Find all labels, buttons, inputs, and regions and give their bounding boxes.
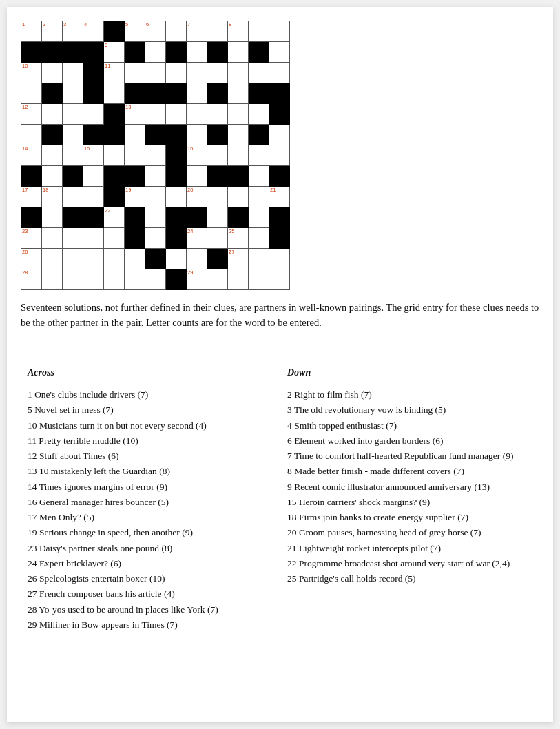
cell-5-13 <box>269 104 290 125</box>
cell-7-13 <box>269 145 290 166</box>
cell-4-9 <box>187 83 207 104</box>
cell-5-7 <box>145 104 166 125</box>
cell-11-10 <box>207 228 228 249</box>
cell-8-10 <box>207 166 228 187</box>
cell-2-9 <box>187 42 207 63</box>
cell-6-8 <box>166 125 187 145</box>
cell-2-13 <box>269 42 290 63</box>
cell-12-2 <box>42 249 63 269</box>
across-clue-11: 23 Daisy's partner steals one pound (8) <box>28 541 273 556</box>
cell-5-4 <box>83 104 104 125</box>
down-clue-7: 9 Recent comic illustrator announced ann… <box>287 480 532 495</box>
cell-1-9: 7 <box>187 21 207 42</box>
cell-7-3 <box>63 145 83 166</box>
cell-9-8 <box>166 187 187 207</box>
cell-3-12 <box>249 63 269 83</box>
down-clue-6: 8 Made better finish - made different co… <box>287 464 532 479</box>
page: 1 2 3 4 5 6 7 8 <box>7 7 553 722</box>
cell-10-3 <box>63 207 83 228</box>
cell-10-12 <box>249 207 269 228</box>
cell-6-2 <box>42 125 63 145</box>
cell-1-13 <box>269 21 290 42</box>
cell-13-4 <box>83 269 104 290</box>
cell-1-4: 4 <box>83 21 104 42</box>
cell-10-11 <box>228 207 249 228</box>
cell-5-2 <box>42 104 63 125</box>
across-clue-3: 10 Musicians turn it on but not every se… <box>28 418 273 433</box>
across-clues-list: 1 One's clubs include drivers (7)5 Novel… <box>28 387 273 633</box>
cell-9-9: 20 <box>187 187 207 207</box>
cell-5-3 <box>63 104 83 125</box>
down-clue-1: 2 Right to film fish (7) <box>287 387 532 402</box>
cell-9-6: 19 <box>125 187 145 207</box>
cell-5-8 <box>166 104 187 125</box>
cell-12-4 <box>83 249 104 269</box>
cell-10-9 <box>187 207 207 228</box>
cell-2-5: 9 <box>104 42 125 63</box>
grid-container: 1 2 3 4 5 6 7 8 <box>21 21 539 290</box>
cell-2-6 <box>125 42 145 63</box>
cell-2-11 <box>228 42 249 63</box>
cell-4-12 <box>249 83 269 104</box>
across-column: Across 1 One's clubs include drivers (7)… <box>21 356 280 641</box>
cell-11-2 <box>42 228 63 249</box>
cell-1-7: 6 <box>145 21 166 42</box>
cell-11-7 <box>145 228 166 249</box>
cell-6-5 <box>104 125 125 145</box>
cell-6-4 <box>83 125 104 145</box>
cell-2-12 <box>249 42 269 63</box>
cell-8-6 <box>125 166 145 187</box>
down-clue-5: 7 Time to comfort half-hearted Republica… <box>287 449 532 464</box>
cell-3-8 <box>166 63 187 83</box>
cell-10-4 <box>83 207 104 228</box>
down-clue-9: 18 Firms join banks to create energy sup… <box>287 510 532 525</box>
cell-7-12 <box>249 145 269 166</box>
cell-4-11 <box>228 83 249 104</box>
cell-5-9 <box>187 104 207 125</box>
cell-10-5: 22 <box>104 207 125 228</box>
cell-3-11 <box>228 63 249 83</box>
cell-11-4 <box>83 228 104 249</box>
across-clue-1: 1 One's clubs include drivers (7) <box>28 387 273 402</box>
cell-6-6 <box>125 125 145 145</box>
cell-10-1 <box>21 207 42 228</box>
cell-9-7 <box>145 187 166 207</box>
cell-3-9 <box>187 63 207 83</box>
cell-11-3 <box>63 228 83 249</box>
cell-12-8 <box>166 249 187 269</box>
across-clue-6: 13 10 mistakenly left the Guardian (8) <box>28 464 273 479</box>
cell-12-11: 27 <box>228 249 249 269</box>
cell-12-3 <box>63 249 83 269</box>
across-clue-8: 16 General manager hires bouncer (5) <box>28 495 273 510</box>
cell-7-5 <box>104 145 125 166</box>
cell-13-8 <box>166 269 187 290</box>
down-clue-4: 6 Element worked into garden borders (6) <box>287 433 532 449</box>
cell-11-8 <box>166 228 187 249</box>
cell-7-1: 14 <box>21 145 42 166</box>
clues-section: Across 1 One's clubs include drivers (7)… <box>21 356 539 641</box>
across-clue-5: 12 Stuff about Times (6) <box>28 449 273 464</box>
cell-11-1: 23 <box>21 228 42 249</box>
cell-8-13 <box>269 166 290 187</box>
cell-6-12 <box>249 125 269 145</box>
cell-4-10 <box>207 83 228 104</box>
across-clue-12: 24 Expert bricklayer? (6) <box>28 556 273 571</box>
cell-8-1 <box>21 166 42 187</box>
cell-4-3 <box>63 83 83 104</box>
cell-9-1: 17 <box>21 187 42 207</box>
cell-9-2: 18 <box>42 187 63 207</box>
cell-1-1: 1 <box>21 21 42 42</box>
down-clue-3: 4 Smith topped enthusiast (7) <box>287 418 532 433</box>
cell-4-8 <box>166 83 187 104</box>
down-clue-11: 21 Lightweight rocket intercepts pilot (… <box>287 541 532 556</box>
across-clue-13: 26 Speleologists entertain boxer (10) <box>28 571 273 586</box>
cell-6-3 <box>63 125 83 145</box>
cell-8-7 <box>145 166 166 187</box>
down-clue-10: 20 Groom pauses, harnessing head of grey… <box>287 525 532 540</box>
cell-1-8 <box>166 21 187 42</box>
cell-5-6: 13 <box>125 104 145 125</box>
cell-1-10 <box>207 21 228 42</box>
cell-3-13 <box>269 63 290 83</box>
cell-13-1: 28 <box>21 269 42 290</box>
cell-3-10 <box>207 63 228 83</box>
